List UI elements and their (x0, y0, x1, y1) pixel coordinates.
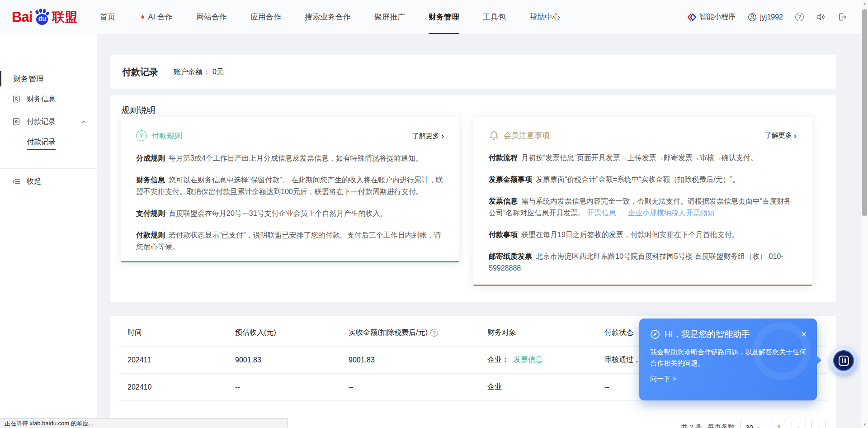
rule-item: 付款事项联盟在每月19日之后签收的发票，付款时间安排在下个月首批支付。 (489, 229, 797, 241)
logo-text-du: du (38, 15, 46, 22)
rule-item: 邮寄纸质发票北京市海淀区西北旺东路10号院百度科技园5号楼 百度联盟财务组（收）… (489, 251, 797, 274)
payment-records-icon (12, 117, 21, 126)
sidebar-group-title: 财务管理 (0, 70, 97, 88)
cell-time: 202410 (127, 383, 235, 391)
miniapp-entry[interactable]: 智能小程序 (687, 12, 736, 22)
rules-section-title: 规则说明 (121, 105, 156, 116)
sidebar-item-payment-records[interactable]: 付款记录 (0, 110, 97, 133)
col-header-time: 时间 (127, 328, 235, 338)
per-page-select[interactable]: 30 ⌄ (740, 420, 766, 428)
sidebar-collapse-button[interactable]: 收起 (0, 169, 97, 194)
cell-time: 202411 (127, 356, 235, 364)
help-icon[interactable]: ? (795, 13, 804, 21)
bell-icon (489, 130, 499, 141)
sound-icon[interactable] (816, 12, 826, 22)
finance-info-icon (12, 95, 21, 104)
logo-text-bai: Bai (12, 9, 32, 25)
nav-item-home[interactable]: 首页 (88, 0, 127, 34)
assistant-robot-avatar[interactable] (830, 347, 858, 375)
cell-estimated: -- (235, 383, 349, 391)
col-header-actual: 实收金额(扣除税费后/元) ? (349, 328, 487, 338)
user-icon (748, 13, 757, 22)
yen-circle-icon: ¥ (136, 130, 147, 141)
cell-actual: -- (349, 383, 487, 391)
nav-item-juping[interactable]: 聚屏推广 (363, 0, 417, 34)
username: jyj1992 (760, 13, 783, 21)
sidebar-item-finance-info[interactable]: 财务信息 (0, 88, 97, 110)
sidebar-subitem-payment-records[interactable]: 付款记录 (0, 133, 97, 155)
payment-records-header-card: 付款记录 账户余额：0元 (110, 55, 836, 89)
rule-item: 分成规则每月第3或4个工作日产出上月分成信息及发票信息，如有特殊情况将提前通知。 (136, 152, 444, 164)
assistant-popup: Hi，我是您的智能助手 ✕ 我会帮助您诊断合作链路问题，以及解答您关于任何合作相… (639, 319, 817, 400)
logout-icon[interactable] (838, 12, 847, 22)
rule-item: 发票信息需与系统内发票信息内容完全一致，否则无法支付。请根据发票信息页面中“百度… (489, 195, 797, 219)
assistant-header: Hi，我是您的智能助手 ✕ (639, 319, 817, 340)
invoice-info-table-link[interactable]: 发票信息 (514, 355, 542, 365)
cell-actual: 9001.83 (349, 356, 487, 364)
vertical-scrollbar[interactable]: ▲ ▼ (861, 0, 868, 428)
baidu-paw-icon: du (33, 8, 52, 27)
chevron-right-icon: › (441, 133, 444, 139)
assistant-title: Hi，我是您的智能助手 (665, 328, 750, 340)
top-navigation: Bai du 联盟 首页 AI 合作 网站合作 (0, 0, 868, 34)
page-title: 付款记录 (122, 66, 158, 78)
rule-item: 付款流程月初按“发票信息”页面开具发票→上传发票→邮寄发票→审核→确认支付。 (489, 152, 797, 164)
chevron-right-icon: › (794, 133, 797, 139)
assistant-ask-link[interactable]: 问一下 > (639, 369, 817, 383)
rules-card: 规则说明 ¥ 付款规则 了解更多› 分成规则每月第3或4个工作日产出上月分成信息… (110, 95, 836, 302)
flame-icon (139, 13, 146, 21)
nav-item-app[interactable]: 应用合作 (239, 0, 293, 34)
close-icon[interactable]: ✕ (801, 330, 807, 339)
baidu-union-logo[interactable]: Bai du 联盟 (12, 8, 77, 27)
balance-value: 0元 (212, 68, 224, 76)
user-account[interactable]: jyj1992 (748, 13, 783, 22)
next-page-button[interactable]: › (811, 420, 826, 428)
rule-item: 支付规则百度联盟会在每月20号—31号支付企业会员上个自然月产生的收入。 (136, 208, 444, 219)
nav-item-website[interactable]: 网站合作 (184, 0, 239, 34)
invoice-info-link[interactable]: 开票信息 (587, 209, 616, 217)
column-help-icon[interactable]: ? (430, 329, 438, 337)
compass-icon (650, 329, 660, 339)
prev-page-button[interactable]: ‹ (792, 420, 806, 428)
account-balance: 账户余额：0元 (174, 67, 224, 77)
chevron-up-icon[interactable] (80, 119, 87, 125)
nav-item-search-business[interactable]: 搜索业务合作 (293, 0, 363, 34)
member-notes-subcard: 会员注意事项 了解更多› 付款流程月初按“发票信息”页面开具发票→上传发票→邮寄… (473, 117, 812, 286)
scrollbar-thumb[interactable] (862, 9, 867, 216)
pagination: 共 2 条 每页条数 30 ⌄ 1 ‹ › (681, 420, 826, 428)
col-header-entity: 财务对象 (487, 328, 604, 338)
sidebar: 财务管理 财务信息 付款记录 付款记 (0, 34, 97, 428)
nav-item-ai[interactable]: AI 合作 (127, 0, 184, 34)
nav-item-help-center[interactable]: 帮助中心 (518, 0, 572, 34)
balance-label: 账户余额： (174, 68, 210, 76)
cell-entity: 企业： 发票信息 (487, 355, 604, 365)
assistant-message: 我会帮助您诊断合作链路问题，以及解答您关于任何合作相关的问题。 (639, 340, 817, 369)
collapse-icon (12, 177, 21, 186)
robot-face-icon (833, 350, 854, 371)
payment-rules-body: 分成规则每月第3或4个工作日产出上月分成信息及发票信息，如有特殊情况将提前通知。… (136, 152, 444, 253)
page-number-button[interactable]: 1 (772, 420, 786, 428)
caret-down-icon: ⌄ (756, 425, 761, 428)
scroll-up-icon[interactable]: ▲ (861, 1, 868, 5)
logo-text-union: 联盟 (52, 9, 77, 26)
col-header-estimated: 预估收入(元) (235, 328, 349, 338)
member-notes-body: 付款流程月初按“发票信息”页面开具发票→上传发票→邮寄发票→审核→确认支付。 发… (489, 152, 797, 274)
miniapp-diamond-icon (687, 13, 696, 22)
nav-item-finance[interactable]: 财务管理 (417, 0, 471, 34)
scroll-down-icon[interactable]: ▼ (861, 423, 868, 427)
cell-estimated: 9001.83 (235, 356, 349, 364)
rule-item: 付款规则若付款状态显示“已支付”，说明联盟已安排了您的付款。支付后三个工作日内到… (136, 229, 444, 253)
nav-item-toolkit[interactable]: 工具包 (471, 0, 518, 34)
cell-entity: 企业 (487, 382, 604, 392)
topnav-right: 智能小程序 jyj1992 ? (687, 12, 847, 22)
per-page-label: 每页条数 (708, 423, 735, 428)
rule-item: 财务信息您可以在财务信息中选择“保留付款”。 在此期间您产生的收入将在账户内进行… (136, 174, 444, 198)
page: Bai du 联盟 首页 AI 合作 网站合作 (0, 0, 868, 428)
total-count: 共 2 条 (681, 423, 702, 428)
learn-more-link-left[interactable]: 了解更多› (412, 132, 444, 140)
member-notes-head: 会员注意事项 了解更多› (489, 117, 797, 141)
small-taxpayer-notice-link[interactable]: 企业小规模纳税人开票须知 (628, 209, 715, 217)
learn-more-link-right[interactable]: 了解更多› (765, 131, 797, 140)
rule-item: 发票金额事项发票票面“价税合计”金额=系统中“实收金额（扣除税费后/元）”。 (489, 174, 797, 185)
main-nav: 首页 AI 合作 网站合作 应用合作 搜索业务合作 聚屏推广 财务管理 工具包 … (88, 0, 572, 34)
